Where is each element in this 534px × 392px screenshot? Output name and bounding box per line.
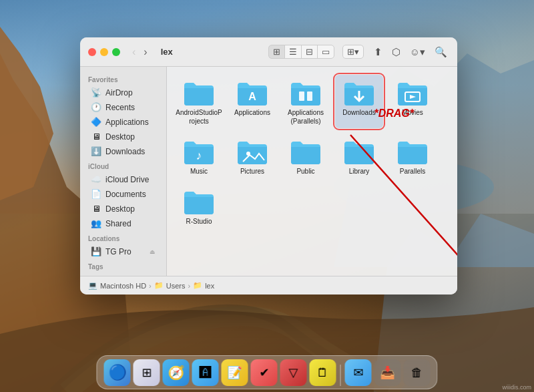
search-button[interactable]: 🔍	[433, 44, 449, 60]
file-item-downloads[interactable]: Downloads	[335, 75, 383, 128]
folder-icon-androidstudio	[182, 77, 216, 107]
airdrop-icon: 📡	[91, 87, 101, 97]
eject-icon[interactable]: ⏏	[150, 248, 156, 255]
sidebar-item-recents[interactable]: 🕐 Recents	[83, 100, 164, 114]
file-item-movies[interactable]: Movies	[388, 75, 437, 128]
close-button[interactable]	[88, 48, 96, 56]
window-title: lex	[161, 47, 173, 57]
svg-text:♪: ♪	[196, 149, 202, 162]
view-mode-group: ⊞ ☰ ⊟ ▭	[268, 45, 334, 59]
file-item-androidstudio[interactable]: AndroidStudioProjects	[175, 75, 223, 128]
minimize-button[interactable]	[100, 48, 108, 56]
file-label-library: Library	[349, 167, 370, 176]
folder-icon-applications: A	[235, 77, 270, 107]
dock-item-reminders[interactable]: ✔	[251, 359, 278, 386]
dock-item-finder[interactable]: 🔵	[104, 359, 131, 386]
breadcrumb-lex[interactable]: 📁 lex	[193, 281, 214, 290]
gallery-view-button[interactable]: ▭	[318, 45, 334, 58]
dock-item-appstore[interactable]: 🅰	[192, 359, 219, 386]
breadcrumb-sep-2: ›	[188, 282, 190, 290]
recents-icon: 🕐	[91, 102, 101, 112]
dock-item-safari[interactable]: 🧭	[163, 359, 190, 386]
group-button[interactable]: ⊞▾	[343, 45, 363, 58]
svg-rect-3	[299, 91, 304, 101]
applications-icon: 🔷	[91, 117, 101, 127]
forward-button[interactable]: ›	[141, 45, 150, 59]
sidebar-shared-label: Shared	[105, 219, 131, 228]
breadcrumb-hd-label: Macintosh HD	[100, 282, 146, 290]
finder-icon: 🔵	[108, 364, 126, 381]
tg-pro-icon: 💾	[91, 246, 101, 256]
shared-icon: 👥	[91, 218, 101, 228]
appstore-icon: 🅰	[200, 366, 212, 380]
sidebar-item-airdrop[interactable]: 📡 AirDrop	[83, 85, 164, 100]
sidebar-item-desktop-icloud[interactable]: 🖥 Desktop	[83, 202, 164, 216]
file-item-music[interactable]: ♪ Music	[175, 134, 223, 178]
maximize-button[interactable]	[112, 48, 120, 56]
finder-window: ‹ › lex ⊞ ☰ ⊟ ▭ ⊞▾ ⬆ ⬡ ☺︎▾ 🔍 Favorites 📡…	[80, 37, 457, 295]
more-button[interactable]: ☺︎▾	[408, 44, 427, 60]
sidebar-item-shared[interactable]: 👥 Shared	[83, 216, 164, 230]
grid-view-button[interactable]: ⊞	[269, 45, 285, 58]
sidebar-item-downloads[interactable]: ⬇️ Downloads	[83, 144, 164, 158]
dock-item-pocket[interactable]: ▽	[280, 359, 307, 386]
sidebar-item-desktop[interactable]: 🖥 Desktop	[83, 130, 164, 144]
sidebar-applications-label: Applications	[105, 118, 149, 127]
safari-icon: 🧭	[168, 365, 184, 381]
tag-button[interactable]: ⬡	[390, 44, 403, 60]
svg-text:A: A	[248, 91, 256, 102]
documents-icon: 📄	[91, 189, 101, 199]
tags-section-title: Tags	[80, 259, 166, 272]
nav-arrows: ‹ ›	[129, 45, 150, 59]
file-item-applications-parallels[interactable]: Applications (Parallels)	[282, 75, 330, 128]
dock-item-downloads-folder[interactable]: 📥	[374, 359, 401, 386]
dock-item-notes2[interactable]: 🗒	[310, 359, 336, 386]
pocket-icon: ▽	[289, 365, 298, 380]
breadcrumb-users[interactable]: 📁 Users	[154, 281, 186, 290]
locations-section-title: Locations	[80, 231, 166, 244]
file-item-pictures[interactable]: Pictures	[228, 134, 276, 178]
folder-icon-movies	[395, 77, 430, 107]
back-button[interactable]: ‹	[129, 45, 138, 59]
column-view-button[interactable]: ⊟	[302, 45, 318, 58]
file-label-applications: Applications	[234, 108, 270, 117]
sidebar-item-documents[interactable]: 📄 Documents	[83, 187, 164, 201]
folder-icon-rstudio	[182, 186, 216, 216]
file-label-parallels: Parallels	[400, 167, 425, 176]
watermark: wiiidis.com	[502, 384, 531, 391]
dock-item-launchpad[interactable]: ⊞	[134, 359, 160, 386]
sidebar-recents-label: Recents	[105, 103, 135, 112]
breadcrumb-sep-1: ›	[149, 282, 152, 290]
sidebar-downloads-label: Downloads	[105, 147, 145, 156]
downloads-folder-icon: 📥	[380, 365, 395, 380]
dock-item-trash[interactable]: 🗑	[404, 359, 431, 386]
file-item-parallels[interactable]: Parallels	[388, 134, 437, 178]
folder-icon-applications-parallels	[288, 77, 323, 107]
notes-icon: 📝	[228, 365, 242, 380]
dock-item-notes[interactable]: 📝	[222, 359, 248, 386]
sidebar-item-icloud-drive[interactable]: ☁️ iCloud Drive	[83, 172, 164, 186]
folder-icon-pictures	[235, 136, 270, 166]
file-item-public[interactable]: Public	[282, 134, 330, 178]
icloud-section-title: iCloud	[80, 159, 166, 172]
drag-annotation: *DRAG*	[374, 108, 414, 120]
file-item-applications[interactable]: A Applications	[228, 75, 276, 128]
sidebar: Favorites 📡 AirDrop 🕐 Recents 🔷 Applicat…	[80, 67, 167, 276]
list-view-button[interactable]: ☰	[285, 45, 302, 58]
file-item-library[interactable]: Library	[335, 134, 383, 178]
file-grid: AndroidStudioProjects A Applications	[175, 75, 449, 268]
sidebar-desktop-icloud-label: Desktop	[105, 204, 135, 214]
breadcrumb-hd[interactable]: 💻 Macintosh HD	[88, 281, 146, 290]
file-item-rstudio[interactable]: R-Studio	[175, 184, 223, 228]
mail-icon: ✉	[353, 365, 363, 380]
dock: 🔵 ⊞ 🧭 🅰 📝 ✔ ▽ 🗒 ✉ 📥 🗑	[97, 355, 438, 389]
folder-icon-public	[288, 136, 323, 166]
sidebar-item-applications[interactable]: 🔷 Applications	[83, 115, 164, 129]
share-button[interactable]: ⬆	[372, 44, 384, 60]
sidebar-item-tg-pro[interactable]: 💾 TG Pro ⏏	[83, 244, 164, 258]
sidebar-icloud-drive-label: iCloud Drive	[105, 175, 149, 184]
dock-item-mail[interactable]: ✉	[345, 359, 372, 386]
desktop-icon: 🖥	[91, 132, 101, 142]
file-label-pictures: Pictures	[240, 167, 264, 176]
desktop-icloud-icon: 🖥	[91, 204, 101, 214]
